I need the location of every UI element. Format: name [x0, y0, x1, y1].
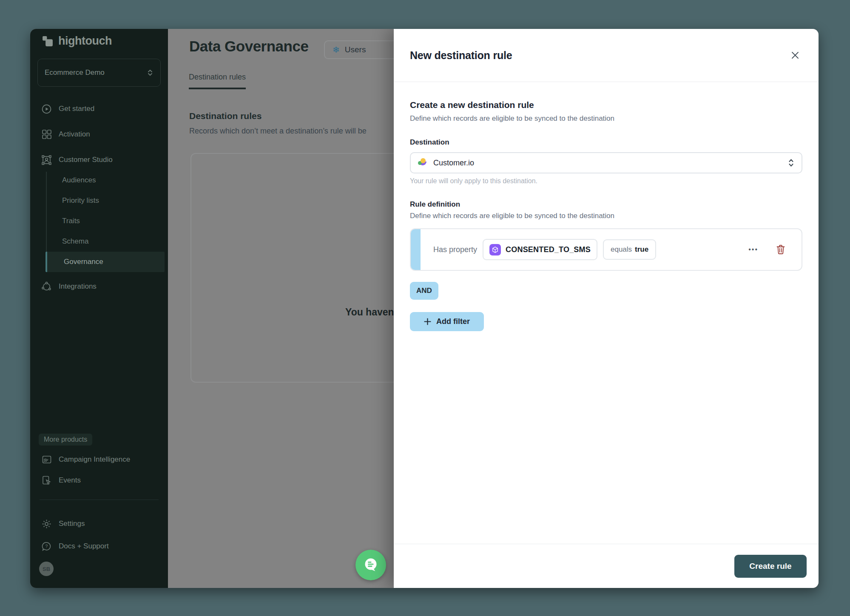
- property-cube-icon: [489, 244, 501, 255]
- sidebar-item-activation[interactable]: Activation: [30, 124, 168, 145]
- events-cursor-icon: [41, 475, 52, 486]
- destination-value: Customer.io: [433, 159, 474, 167]
- tab-label: Destination rules: [189, 73, 246, 81]
- add-filter-button[interactable]: Add filter: [410, 312, 484, 331]
- avatar-initials: SB: [43, 566, 50, 572]
- sidebar-item-settings[interactable]: Settings: [30, 514, 168, 534]
- sidebar-item-audiences[interactable]: Audiences: [30, 170, 168, 190]
- sidebar-item-label: Customer Studio: [59, 156, 113, 164]
- sidebar-item-label: Priority lists: [62, 196, 99, 205]
- app-window: hightouch Ecommerce Demo Get started Act…: [30, 29, 819, 588]
- workspace-selector[interactable]: Ecommerce Demo: [37, 59, 161, 87]
- sidebar-item-label: Docs + Support: [59, 542, 109, 551]
- empty-state-text: You haven: [345, 307, 394, 318]
- sidebar-item-label: Settings: [59, 519, 85, 528]
- section-description: Records which don’t meet a destination’s…: [189, 127, 367, 136]
- drawer-header: New destination rule: [394, 29, 819, 82]
- drawer-body: Create a new destination rule Define whi…: [394, 82, 819, 544]
- new-destination-rule-drawer: New destination rule Create a new destin…: [394, 29, 819, 588]
- drawer-heading: Create a new destination rule: [410, 100, 802, 110]
- sidebar-item-label: Schema: [62, 237, 88, 246]
- property-chip[interactable]: CONSENTED_TO_SMS: [483, 239, 597, 260]
- chat-bubble-icon: [362, 556, 380, 574]
- sidebar-item-integrations[interactable]: Integrations: [30, 276, 168, 297]
- chat-launcher-button[interactable]: [355, 550, 386, 580]
- rule-definition-label: Rule definition: [410, 200, 802, 209]
- integrations-icon: [41, 281, 52, 292]
- sidebar-item-events[interactable]: Events: [30, 470, 168, 491]
- condition-row: Has property CONSENTED_TO_SMS equals tru…: [410, 228, 802, 271]
- close-icon[interactable]: [788, 48, 802, 62]
- svg-text:?: ?: [45, 544, 48, 549]
- destination-label: Destination: [410, 138, 802, 147]
- more-products-label: More products: [39, 434, 92, 446]
- condition-prefix: Has property: [433, 245, 477, 254]
- sidebar-item-label: Get started: [59, 105, 94, 113]
- drawer-subheading: Define which records are eligible to be …: [410, 114, 802, 123]
- sidebar-item-campaign-intelligence[interactable]: Campaign Intelligence: [30, 449, 168, 470]
- workspace-name: Ecommerce Demo: [45, 68, 105, 77]
- person-frame-icon: [41, 155, 52, 165]
- sidebar-item-label: Governance: [64, 258, 103, 266]
- section-title: Destination rules: [189, 111, 262, 121]
- parent-model-label: Users: [345, 45, 366, 54]
- drawer-title: New destination rule: [410, 49, 512, 62]
- play-circle-icon: [41, 104, 52, 114]
- hightouch-logo-icon: [42, 36, 53, 47]
- page-title: Data Governance: [189, 38, 308, 55]
- chart-image-icon: [41, 454, 52, 465]
- grid-icon: [41, 129, 52, 140]
- destination-helper: Your rule will only apply to this destin…: [410, 177, 802, 185]
- rule-definition-description: Define which records are eligible to be …: [410, 212, 802, 220]
- property-name: CONSENTED_TO_SMS: [506, 245, 591, 254]
- sidebar: hightouch Ecommerce Demo Get started Act…: [30, 29, 168, 588]
- gear-icon: [41, 519, 52, 529]
- desktop: { "colors": { "backdrop_teal": "#4c666b"…: [0, 0, 850, 616]
- sidebar-item-label: Events: [59, 476, 81, 485]
- add-filter-label: Add filter: [436, 317, 470, 326]
- delete-condition-icon[interactable]: [776, 244, 785, 255]
- create-rule-button[interactable]: Create rule: [734, 555, 807, 578]
- sidebar-item-get-started[interactable]: Get started: [30, 99, 168, 119]
- hightouch-logo: hightouch: [42, 34, 112, 48]
- sidebar-divider: [40, 500, 159, 500]
- condition-group-bar: [411, 229, 421, 270]
- sidebar-item-customer-studio[interactable]: Customer Studio: [30, 150, 168, 170]
- user-avatar[interactable]: SB: [39, 562, 54, 576]
- destination-select[interactable]: Customer.io: [410, 152, 802, 173]
- sidebar-item-label: Audiences: [62, 176, 96, 185]
- operator-name: equals: [611, 245, 632, 254]
- sidebar-item-label: Integrations: [59, 282, 97, 291]
- sidebar-item-priority-lists[interactable]: Priority lists: [30, 190, 168, 211]
- operator-value: true: [635, 245, 648, 254]
- and-operator-badge: AND: [410, 282, 438, 300]
- operator-chip[interactable]: equals true: [603, 239, 656, 260]
- sidebar-item-docs-support[interactable]: ? Docs + Support: [30, 536, 168, 556]
- sidebar-item-traits[interactable]: Traits: [30, 211, 168, 231]
- sidebar-item-governance-active[interactable]: Governance: [45, 252, 165, 272]
- chevron-updown-icon: [787, 157, 795, 168]
- drawer-footer: Create rule: [394, 544, 819, 588]
- sidebar-item-label: Activation: [59, 130, 90, 139]
- more-options-icon[interactable]: •••: [748, 246, 758, 253]
- help-bubble-icon: ?: [41, 541, 52, 552]
- logo-text: hightouch: [58, 34, 112, 48]
- snowflake-icon: ❄: [333, 45, 340, 55]
- customerio-logo-icon: [418, 158, 428, 168]
- sidebar-item-label: Campaign Intelligence: [59, 455, 130, 464]
- sidebar-item-label: Traits: [62, 217, 80, 225]
- chevron-updown-icon: [147, 68, 154, 77]
- sidebar-item-schema[interactable]: Schema: [30, 231, 168, 252]
- tab-destination-rules[interactable]: Destination rules: [189, 73, 246, 89]
